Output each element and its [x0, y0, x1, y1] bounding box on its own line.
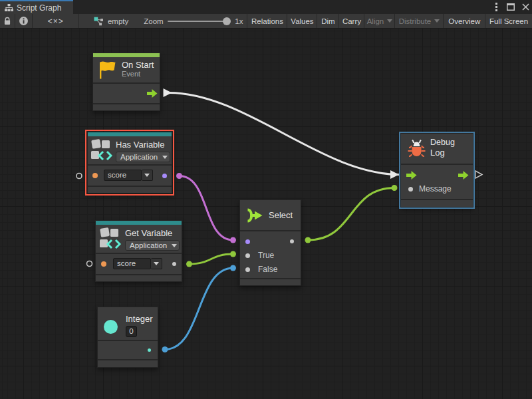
info-icon	[19, 17, 28, 25]
node-subtitle: Event	[122, 70, 154, 78]
true-input-port[interactable]	[245, 253, 250, 258]
wire-getvariable-to-select-endpoint-dot	[186, 261, 192, 267]
wire-hasvariable-to-select-endpoint-dot	[230, 237, 236, 243]
variables-icon	[100, 227, 121, 251]
graph-zoom-segment: empty Zoom 1x	[79, 14, 247, 28]
graph-canvas[interactable]: On Start Event Has Variable	[0, 29, 532, 399]
zoom-label: Zoom	[144, 17, 163, 25]
name-input-port[interactable]	[92, 173, 98, 178]
unconnected-input-has-variable[interactable]	[76, 174, 82, 179]
toolbar-button-relations[interactable]: Relations	[247, 14, 287, 28]
value-output-port[interactable]	[172, 262, 176, 266]
lock-icon	[4, 17, 11, 25]
condition-input-port[interactable]	[245, 239, 250, 244]
code-preview-button[interactable]: <×>	[33, 14, 79, 28]
port-label-false: False	[258, 265, 277, 274]
control-input-port[interactable]	[406, 171, 417, 180]
wire-integer-to-select-endpoint-dot	[230, 265, 236, 271]
control-output-port[interactable]	[458, 171, 469, 180]
integer-value-field[interactable]: 0	[126, 326, 137, 337]
close-icon[interactable]	[520, 2, 531, 13]
toolbar-button-values[interactable]: Values	[287, 14, 317, 28]
flag-icon	[98, 61, 116, 80]
node-get-variable[interactable]: Get Variable Application score	[95, 220, 182, 282]
variable-name-field[interactable]: score	[113, 258, 162, 269]
variable-name-value[interactable]: score	[104, 170, 142, 181]
variable-picker-button[interactable]	[151, 258, 162, 269]
node-select[interactable]: Select True False	[239, 200, 301, 286]
chevron-down-icon	[434, 19, 440, 23]
button-label: Values	[291, 17, 313, 25]
toolbar-button-distribute[interactable]: Distribute	[395, 14, 444, 28]
false-input-port[interactable]	[245, 267, 250, 272]
message-input-port[interactable]	[408, 187, 413, 192]
lock-button[interactable]	[0, 14, 15, 28]
node-on-start[interactable]: On Start Event	[92, 53, 160, 111]
zoom-slider[interactable]	[168, 21, 227, 22]
integer-icon	[104, 320, 118, 334]
button-label: Dim	[321, 17, 334, 25]
wire-select-to-log[interactable]	[308, 188, 394, 241]
wire-getvariable-to-select-endpoint-dot	[230, 251, 236, 257]
tab-script-graph[interactable]: Script Graph	[0, 0, 73, 14]
chevron-down-icon	[154, 262, 159, 265]
port-label-true: True	[258, 251, 274, 260]
chevron-down-icon	[387, 19, 392, 23]
button-label: Relations	[251, 17, 283, 25]
chevron-down-icon	[162, 156, 168, 159]
selection-output-port[interactable]	[290, 239, 294, 243]
select-icon	[245, 208, 264, 223]
node-title: Get Variable	[125, 228, 180, 238]
node-title: Integer	[126, 314, 152, 324]
toolbar-button-full-screen[interactable]: Full Screen	[485, 14, 532, 28]
unconnected-input-get-variable[interactable]	[87, 261, 92, 267]
variable-picker-button[interactable]	[142, 170, 153, 181]
toolbar-button-dim[interactable]: Dim	[317, 14, 339, 28]
wire-getvariable-to-select[interactable]	[190, 254, 233, 264]
kebab-menu-icon[interactable]	[491, 2, 501, 13]
info-button[interactable]	[15, 14, 33, 28]
button-label: Carry	[342, 17, 361, 25]
node-title: On Start	[122, 60, 154, 70]
node-title: Select	[269, 210, 293, 220]
wire-hasvariable-to-select-endpoint-dot	[176, 173, 182, 179]
control-output-port[interactable]	[147, 89, 158, 98]
variables-icon	[91, 138, 112, 162]
toolbar: <×> empty Zoom 1x Relations Values Dim C…	[0, 14, 532, 29]
zoom-value: 1x	[235, 17, 243, 25]
graph-reference-label[interactable]: empty	[108, 17, 128, 25]
variable-name-field[interactable]: score	[104, 170, 153, 181]
node-debug-log[interactable]: Debug Log Message	[400, 133, 473, 207]
wire-onstart-to-log-arrowhead	[390, 170, 399, 179]
node-integer[interactable]: Integer 0	[97, 307, 158, 368]
variable-kind-dropdown[interactable]: Application	[116, 152, 170, 162]
wire-select-to-log-endpoint-dot	[305, 237, 311, 243]
variable-kind-dropdown[interactable]: Application	[125, 240, 180, 251]
wire-integer-to-select-endpoint-dot	[162, 346, 168, 352]
port-label-message: Message	[419, 184, 452, 194]
toolbar-button-align[interactable]: Align	[364, 14, 395, 28]
node-has-variable[interactable]: Has Variable Application score	[87, 132, 172, 194]
button-label: Full Screen	[489, 17, 528, 25]
variable-kind-value: Application	[130, 241, 167, 249]
wire-hasvariable-to-select[interactable]	[180, 176, 233, 241]
maximize-icon[interactable]	[505, 2, 516, 13]
node-title: Has Variable	[116, 140, 170, 150]
variable-name-value[interactable]: score	[113, 258, 151, 269]
chevron-down-icon	[144, 174, 150, 177]
graph-reference-icon	[94, 17, 103, 26]
tab-title: Script Graph	[17, 3, 61, 13]
wire-onstart-to-log[interactable]	[169, 93, 399, 175]
bool-output-port[interactable]	[162, 174, 167, 178]
unconnected-output-debug-log[interactable]	[475, 171, 482, 178]
bug-icon	[408, 140, 426, 158]
zoom-slider-knob[interactable]	[223, 17, 231, 25]
name-input-port[interactable]	[101, 261, 106, 267]
wire-select-to-log-endpoint-dot	[392, 185, 398, 191]
value-output-port[interactable]	[148, 348, 151, 352]
toolbar-button-carry[interactable]: Carry	[339, 14, 364, 28]
toolbar-button-overview[interactable]: Overview	[444, 14, 485, 28]
button-label: Overview	[448, 17, 480, 25]
node-title: Debug	[430, 138, 455, 148]
button-label: Align	[367, 17, 384, 25]
